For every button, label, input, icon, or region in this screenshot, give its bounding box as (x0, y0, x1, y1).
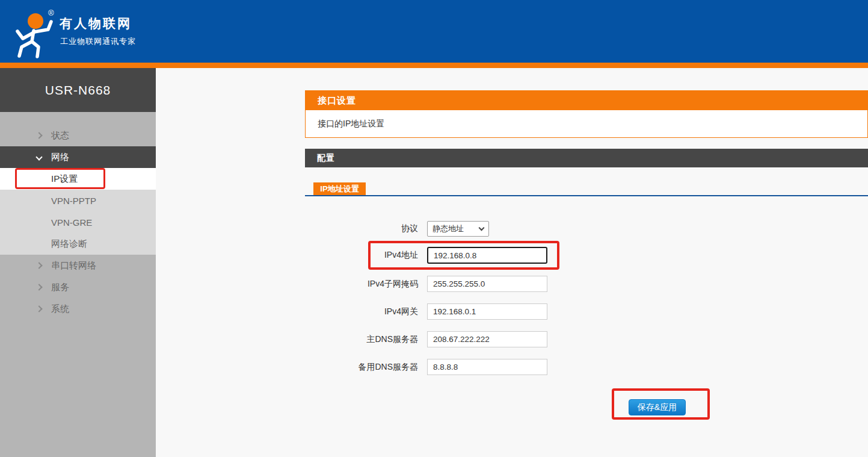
section-title: 配置 (317, 153, 335, 164)
tab-ip-address-settings[interactable]: IP地址设置 (313, 182, 366, 195)
form-row-ipv4-address: IPv4地址 (305, 247, 547, 264)
form-row-ipv4-netmask: IPv4子网掩码 (305, 276, 547, 292)
page-title-bar: 接口设置 (306, 91, 867, 110)
chevron-right-icon (35, 132, 42, 138)
primary-dns-input[interactable] (427, 331, 547, 347)
device-model: USR-N668 (45, 83, 111, 98)
select-chevron-down-icon (479, 225, 485, 231)
backup-dns-input[interactable] (427, 359, 547, 375)
tab-underline (305, 195, 868, 196)
usr-runner-logo-icon (7, 4, 63, 61)
ipv4-netmask-input[interactable] (427, 276, 547, 292)
sidebar-item-network[interactable]: 网络 (0, 146, 156, 168)
ipv4-gateway-input[interactable] (427, 303, 547, 320)
brand-tagline: 工业物联网通讯专家 (60, 36, 136, 47)
ipv4-address-label: IPv4地址 (305, 250, 418, 261)
sidebar-item-network-diagnosis[interactable]: 网络诊断 (0, 233, 156, 255)
page-info-panel: 接口设置 接口的IP地址设置 (305, 90, 868, 138)
backup-dns-label: 备用DNS服务器 (305, 362, 418, 373)
protocol-label: 协议 (305, 223, 418, 234)
form-row-protocol: 协议 静态地址 (305, 221, 489, 237)
ipv4-gateway-label: IPv4网关 (305, 306, 418, 317)
sidebar-item-vpn-pptp[interactable]: VPN-PPTP (0, 190, 156, 211)
sidebar-menu: 状态 网络 IP设置 VPN-PPTP VPN-GRE 网络诊断 串口转网络 服… (0, 112, 156, 320)
registered-trademark: ® (48, 8, 54, 17)
form-row-backup-dns: 备用DNS服务器 (305, 359, 547, 375)
config-section-bar: 配置 (305, 149, 868, 167)
sidebar: USR-N668 状态 网络 IP设置 VPN-PPTP VPN-GRE 网络诊… (0, 68, 156, 457)
brand-title: 有人物联网 (60, 15, 132, 32)
primary-dns-label: 主DNS服务器 (305, 334, 418, 345)
main-content: 接口设置 接口的IP地址设置 配置 IP地址设置 协议 静态地址 IPv4地址 … (305, 0, 868, 457)
sidebar-item-status[interactable]: 状态 (0, 125, 156, 146)
sidebar-item-serial-to-network[interactable]: 串口转网络 (0, 255, 156, 276)
ipv4-netmask-label: IPv4子网掩码 (305, 279, 418, 290)
page-title: 接口设置 (318, 95, 356, 107)
page-description: 接口的IP地址设置 (306, 110, 867, 137)
form-row-primary-dns: 主DNS服务器 (305, 331, 547, 347)
device-model-header: USR-N668 (0, 68, 156, 112)
chevron-down-icon (35, 154, 42, 160)
save-apply-button[interactable]: 保存&应用 (629, 399, 686, 415)
sidebar-item-vpn-gre[interactable]: VPN-GRE (0, 211, 156, 233)
ipv4-address-input[interactable] (427, 247, 547, 264)
chevron-right-icon (35, 305, 42, 312)
sidebar-item-system[interactable]: 系统 (0, 298, 156, 320)
chevron-right-icon (35, 284, 42, 290)
chevron-right-icon (35, 262, 42, 269)
sidebar-item-ip-settings[interactable]: IP设置 (0, 168, 156, 190)
protocol-select[interactable]: 静态地址 (427, 221, 489, 237)
sidebar-item-services[interactable]: 服务 (0, 276, 156, 298)
form-row-ipv4-gateway: IPv4网关 (305, 303, 547, 320)
